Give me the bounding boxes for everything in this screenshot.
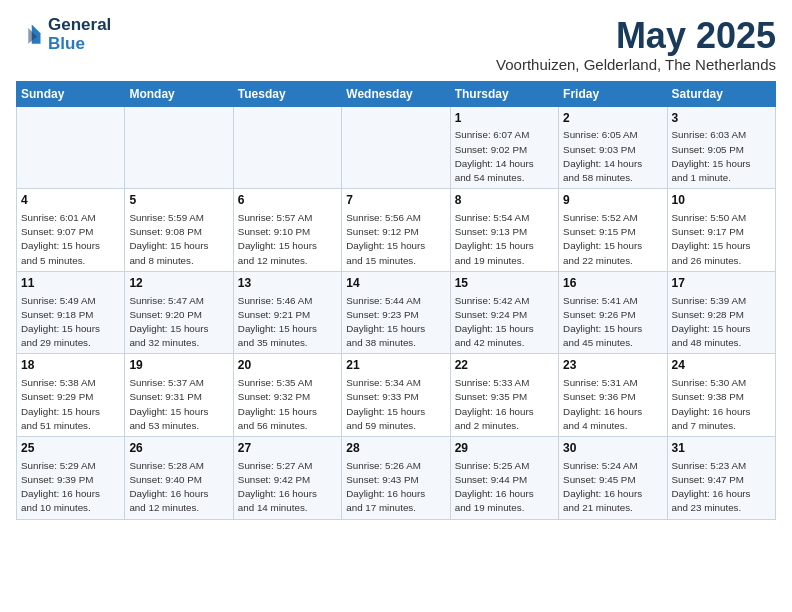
day-info: Sunrise: 6:05 AM Sunset: 9:03 PM Dayligh… [563, 128, 662, 185]
day-info: Sunrise: 5:37 AM Sunset: 9:31 PM Dayligh… [129, 376, 228, 433]
day-info: Sunrise: 5:47 AM Sunset: 9:20 PM Dayligh… [129, 294, 228, 351]
day-number: 5 [129, 192, 228, 209]
day-number: 6 [238, 192, 337, 209]
day-info: Sunrise: 6:03 AM Sunset: 9:05 PM Dayligh… [672, 128, 771, 185]
calendar-cell: 20Sunrise: 5:35 AM Sunset: 9:32 PM Dayli… [233, 354, 341, 437]
day-info: Sunrise: 5:23 AM Sunset: 9:47 PM Dayligh… [672, 459, 771, 516]
calendar-cell: 24Sunrise: 5:30 AM Sunset: 9:38 PM Dayli… [667, 354, 775, 437]
day-number: 15 [455, 275, 554, 292]
weekday-header-saturday: Saturday [667, 81, 775, 106]
day-info: Sunrise: 5:57 AM Sunset: 9:10 PM Dayligh… [238, 211, 337, 268]
calendar-cell [233, 106, 341, 189]
day-info: Sunrise: 5:46 AM Sunset: 9:21 PM Dayligh… [238, 294, 337, 351]
title-block: May 2025 Voorthuizen, Gelderland, The Ne… [496, 16, 776, 73]
calendar-cell: 15Sunrise: 5:42 AM Sunset: 9:24 PM Dayli… [450, 271, 558, 354]
day-info: Sunrise: 5:35 AM Sunset: 9:32 PM Dayligh… [238, 376, 337, 433]
calendar-cell: 27Sunrise: 5:27 AM Sunset: 9:42 PM Dayli… [233, 437, 341, 520]
calendar-cell: 17Sunrise: 5:39 AM Sunset: 9:28 PM Dayli… [667, 271, 775, 354]
day-number: 3 [672, 110, 771, 127]
day-info: Sunrise: 5:24 AM Sunset: 9:45 PM Dayligh… [563, 459, 662, 516]
calendar-cell: 11Sunrise: 5:49 AM Sunset: 9:18 PM Dayli… [17, 271, 125, 354]
calendar-week-row: 11Sunrise: 5:49 AM Sunset: 9:18 PM Dayli… [17, 271, 776, 354]
day-number: 22 [455, 357, 554, 374]
weekday-header-row: SundayMondayTuesdayWednesdayThursdayFrid… [17, 81, 776, 106]
calendar-cell: 18Sunrise: 5:38 AM Sunset: 9:29 PM Dayli… [17, 354, 125, 437]
day-number: 13 [238, 275, 337, 292]
weekday-header-thursday: Thursday [450, 81, 558, 106]
calendar-cell: 16Sunrise: 5:41 AM Sunset: 9:26 PM Dayli… [559, 271, 667, 354]
day-info: Sunrise: 5:41 AM Sunset: 9:26 PM Dayligh… [563, 294, 662, 351]
day-info: Sunrise: 5:49 AM Sunset: 9:18 PM Dayligh… [21, 294, 120, 351]
day-number: 25 [21, 440, 120, 457]
day-number: 9 [563, 192, 662, 209]
calendar-cell: 22Sunrise: 5:33 AM Sunset: 9:35 PM Dayli… [450, 354, 558, 437]
calendar-cell: 30Sunrise: 5:24 AM Sunset: 9:45 PM Dayli… [559, 437, 667, 520]
day-number: 4 [21, 192, 120, 209]
calendar-cell [17, 106, 125, 189]
calendar-table: SundayMondayTuesdayWednesdayThursdayFrid… [16, 81, 776, 520]
day-number: 17 [672, 275, 771, 292]
day-number: 23 [563, 357, 662, 374]
day-number: 7 [346, 192, 445, 209]
calendar-cell: 26Sunrise: 5:28 AM Sunset: 9:40 PM Dayli… [125, 437, 233, 520]
day-info: Sunrise: 5:27 AM Sunset: 9:42 PM Dayligh… [238, 459, 337, 516]
calendar-week-row: 18Sunrise: 5:38 AM Sunset: 9:29 PM Dayli… [17, 354, 776, 437]
calendar-cell: 28Sunrise: 5:26 AM Sunset: 9:43 PM Dayli… [342, 437, 450, 520]
day-info: Sunrise: 5:50 AM Sunset: 9:17 PM Dayligh… [672, 211, 771, 268]
calendar-cell: 9Sunrise: 5:52 AM Sunset: 9:15 PM Daylig… [559, 189, 667, 272]
day-number: 11 [21, 275, 120, 292]
day-info: Sunrise: 5:56 AM Sunset: 9:12 PM Dayligh… [346, 211, 445, 268]
weekday-header-wednesday: Wednesday [342, 81, 450, 106]
weekday-header-monday: Monday [125, 81, 233, 106]
day-info: Sunrise: 5:42 AM Sunset: 9:24 PM Dayligh… [455, 294, 554, 351]
day-number: 14 [346, 275, 445, 292]
day-info: Sunrise: 5:34 AM Sunset: 9:33 PM Dayligh… [346, 376, 445, 433]
weekday-header-tuesday: Tuesday [233, 81, 341, 106]
day-number: 27 [238, 440, 337, 457]
day-number: 16 [563, 275, 662, 292]
month-year-title: May 2025 [496, 16, 776, 56]
day-info: Sunrise: 5:30 AM Sunset: 9:38 PM Dayligh… [672, 376, 771, 433]
day-info: Sunrise: 5:39 AM Sunset: 9:28 PM Dayligh… [672, 294, 771, 351]
calendar-cell: 19Sunrise: 5:37 AM Sunset: 9:31 PM Dayli… [125, 354, 233, 437]
calendar-cell: 7Sunrise: 5:56 AM Sunset: 9:12 PM Daylig… [342, 189, 450, 272]
day-number: 2 [563, 110, 662, 127]
day-info: Sunrise: 5:28 AM Sunset: 9:40 PM Dayligh… [129, 459, 228, 516]
day-number: 1 [455, 110, 554, 127]
calendar-cell: 31Sunrise: 5:23 AM Sunset: 9:47 PM Dayli… [667, 437, 775, 520]
day-number: 28 [346, 440, 445, 457]
day-info: Sunrise: 6:01 AM Sunset: 9:07 PM Dayligh… [21, 211, 120, 268]
day-info: Sunrise: 5:33 AM Sunset: 9:35 PM Dayligh… [455, 376, 554, 433]
calendar-cell: 3Sunrise: 6:03 AM Sunset: 9:05 PM Daylig… [667, 106, 775, 189]
calendar-cell: 6Sunrise: 5:57 AM Sunset: 9:10 PM Daylig… [233, 189, 341, 272]
day-info: Sunrise: 5:59 AM Sunset: 9:08 PM Dayligh… [129, 211, 228, 268]
calendar-cell: 4Sunrise: 6:01 AM Sunset: 9:07 PM Daylig… [17, 189, 125, 272]
location-subtitle: Voorthuizen, Gelderland, The Netherlands [496, 56, 776, 73]
calendar-cell: 2Sunrise: 6:05 AM Sunset: 9:03 PM Daylig… [559, 106, 667, 189]
day-info: Sunrise: 5:31 AM Sunset: 9:36 PM Dayligh… [563, 376, 662, 433]
logo-text-top: General [48, 16, 111, 35]
weekday-header-sunday: Sunday [17, 81, 125, 106]
calendar-cell: 23Sunrise: 5:31 AM Sunset: 9:36 PM Dayli… [559, 354, 667, 437]
day-info: Sunrise: 5:29 AM Sunset: 9:39 PM Dayligh… [21, 459, 120, 516]
logo-icon [16, 21, 44, 49]
day-info: Sunrise: 6:07 AM Sunset: 9:02 PM Dayligh… [455, 128, 554, 185]
calendar-cell: 8Sunrise: 5:54 AM Sunset: 9:13 PM Daylig… [450, 189, 558, 272]
calendar-cell: 21Sunrise: 5:34 AM Sunset: 9:33 PM Dayli… [342, 354, 450, 437]
page-header: General Blue May 2025 Voorthuizen, Gelde… [16, 16, 776, 73]
day-number: 21 [346, 357, 445, 374]
calendar-cell: 14Sunrise: 5:44 AM Sunset: 9:23 PM Dayli… [342, 271, 450, 354]
calendar-week-row: 25Sunrise: 5:29 AM Sunset: 9:39 PM Dayli… [17, 437, 776, 520]
calendar-cell: 12Sunrise: 5:47 AM Sunset: 9:20 PM Dayli… [125, 271, 233, 354]
calendar-week-row: 1Sunrise: 6:07 AM Sunset: 9:02 PM Daylig… [17, 106, 776, 189]
day-number: 30 [563, 440, 662, 457]
day-info: Sunrise: 5:25 AM Sunset: 9:44 PM Dayligh… [455, 459, 554, 516]
day-number: 19 [129, 357, 228, 374]
logo: General Blue [16, 16, 111, 53]
weekday-header-friday: Friday [559, 81, 667, 106]
calendar-cell [342, 106, 450, 189]
calendar-cell: 10Sunrise: 5:50 AM Sunset: 9:17 PM Dayli… [667, 189, 775, 272]
day-number: 26 [129, 440, 228, 457]
day-info: Sunrise: 5:26 AM Sunset: 9:43 PM Dayligh… [346, 459, 445, 516]
day-info: Sunrise: 5:44 AM Sunset: 9:23 PM Dayligh… [346, 294, 445, 351]
